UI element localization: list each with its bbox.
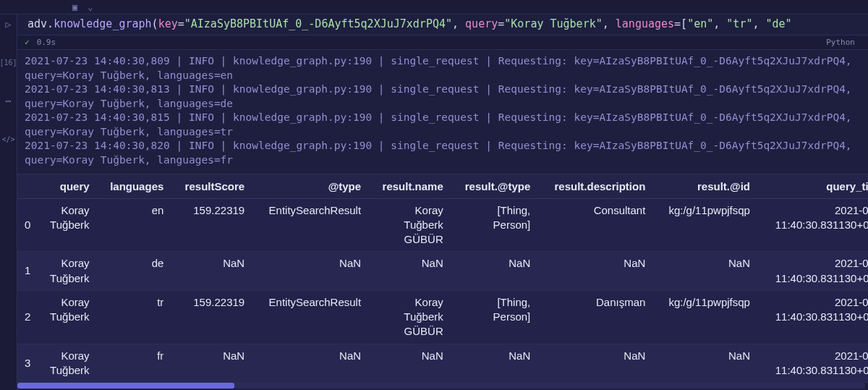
table-header-cell: query: [38, 174, 96, 199]
table-cell: NaN: [652, 344, 757, 383]
cell-status-bar: ✓ 0.9s Python: [17, 35, 868, 50]
table-cell: 2021-07-11:40:30.831130+00:: [757, 198, 868, 252]
code-token-fn: knowledge_graph: [54, 17, 151, 30]
kernel-language: Python: [826, 38, 861, 47]
table-cell: NaN: [537, 344, 652, 383]
code-token-eq3: =: [674, 17, 681, 30]
code-token-lang-en: "en": [687, 17, 713, 30]
table-header-cell: result.@id: [652, 174, 757, 199]
table-row: 0KorayTuğberken159.22319EntitySearchResu…: [17, 198, 868, 252]
table-header-row: querylanguagesresultScore@typeresult.nam…: [17, 174, 868, 199]
table-cell: NaN: [652, 252, 757, 291]
table-cell: KorayTuğberk: [38, 290, 96, 344]
table-cell: NaN: [252, 252, 368, 291]
table-row-index: 1: [17, 252, 38, 291]
table-cell: KorayTuğberkGÜBÜR: [368, 198, 451, 252]
table-cell: [Thing,Person]: [451, 290, 538, 344]
horizontal-scrollbar-thumb[interactable]: [17, 383, 234, 389]
table-cell: KorayTuğberkGÜBÜR: [368, 290, 451, 344]
table-cell: kg:/g/11pwpjfsqp: [652, 290, 757, 344]
table-row: 3KorayTuğberkfrNaNNaNNaNNaNNaNNaN2021-07…: [17, 344, 868, 383]
code-token-open: (: [152, 17, 158, 30]
table-cell: kg:/g/11pwpjfsqp: [652, 198, 757, 252]
code-token-key-val: "AIzaSyB8PBItUAf_0_-D6Ayft5q2XJuJ7xdrPQ4…: [184, 17, 452, 30]
code-token-lang-de: "de": [766, 17, 792, 30]
code-token-comma1: ,: [713, 17, 726, 30]
table-cell: 159.22319: [171, 198, 252, 252]
code-token-lang-tr: "tr": [726, 17, 752, 30]
horizontal-scrollbar[interactable]: [17, 383, 865, 389]
code-token-list-open: [: [681, 17, 687, 30]
cell-gutter: ▷ [16] ⋯ </>: [0, 14, 17, 390]
table-cell: 2021-07-11:40:30.831130+00:: [757, 290, 868, 344]
table-cell: NaN: [171, 344, 252, 383]
table-header-cell: result.name: [368, 174, 451, 199]
cell-toolbar: ▣ ⌄: [0, 0, 868, 14]
code-token-comma2: ,: [752, 17, 765, 30]
table-header-cell: query_tim: [757, 174, 868, 199]
success-check-icon: ✓: [25, 38, 30, 47]
table-cell: KorayTuğberk: [38, 252, 96, 291]
table-cell: 159.22319: [171, 290, 252, 344]
code-token-langs-kw: languages: [616, 17, 674, 30]
table-cell: NaN: [537, 252, 652, 291]
log-output: 2021-07-23 14:40:30,809 | INFO | knowled…: [17, 50, 868, 174]
table-cell: 2021-07-11:40:30.831130+00:: [757, 252, 868, 291]
table-cell: NaN: [368, 252, 451, 291]
dataframe-output[interactable]: querylanguagesresultScore@typeresult.nam…: [17, 174, 868, 383]
table-cell: NaN: [252, 344, 368, 383]
table-row: 1KorayTuğberkdeNaNNaNNaNNaNNaNNaN2021-07…: [17, 252, 868, 291]
table-cell: 2021-07-11:40:30.831130+00:: [757, 344, 868, 383]
table-row: 2KorayTuğberktr159.22319EntitySearchResu…: [17, 290, 868, 344]
output-code-icon[interactable]: </>: [1, 135, 14, 143]
cell-execution-count: [16]: [0, 59, 17, 67]
table-row-index: 0: [17, 198, 38, 252]
table-cell: [Thing,Person]: [451, 198, 538, 252]
table-header-index: [17, 174, 38, 199]
run-cell-icon[interactable]: ▷: [6, 19, 12, 30]
table-cell: NaN: [451, 344, 538, 383]
table-body: 0KorayTuğberken159.22319EntitySearchResu…: [17, 198, 868, 383]
table-cell: KorayTuğberk: [38, 344, 96, 383]
table-cell: tr: [97, 290, 171, 344]
table-header-cell: languages: [97, 174, 171, 199]
output-more-icon[interactable]: ⋯: [6, 96, 12, 106]
table-row-index: 2: [17, 290, 38, 344]
table-cell: Danışman: [537, 290, 652, 344]
table-cell: EntitySearchResult: [252, 198, 368, 252]
code-token-dot: .: [47, 17, 54, 30]
code-token-key-kw: key: [158, 17, 178, 30]
table-header-cell: @type: [252, 174, 368, 199]
code-token-obj: adv: [27, 17, 47, 30]
table-cell: KorayTuğberk: [38, 198, 96, 252]
table-cell: en: [97, 198, 171, 252]
table-header-cell: resultScore: [171, 174, 252, 199]
code-cell[interactable]: adv.knowledge_graph(key="AIzaSyB8PBItUAf…: [17, 14, 868, 35]
table-header-cell: result.@type: [451, 174, 538, 199]
cell-toolbar-icon-1[interactable]: ▣: [72, 2, 77, 12]
code-token-sep2: ,: [603, 17, 616, 30]
dataframe-table: querylanguagesresultScore@typeresult.nam…: [17, 174, 868, 383]
execution-time: 0.9s: [37, 38, 56, 47]
table-cell: NaN: [368, 344, 451, 383]
table-cell: NaN: [451, 252, 538, 291]
table-row-index: 3: [17, 344, 38, 383]
code-token-eq1: =: [178, 17, 184, 30]
table-cell: de: [97, 252, 171, 291]
code-token-query-val: "Koray Tuğberk": [504, 17, 602, 30]
code-token-eq2: =: [498, 17, 504, 30]
code-token-query-kw: query: [465, 17, 498, 30]
table-cell: NaN: [171, 252, 252, 291]
table-cell: EntitySearchResult: [252, 290, 368, 344]
table-cell: Consultant: [537, 198, 652, 252]
table-cell: fr: [97, 344, 171, 383]
main-area: adv.knowledge_graph(key="AIzaSyB8PBItUAf…: [17, 14, 868, 390]
cell-toolbar-icon-2[interactable]: ⌄: [88, 2, 93, 12]
code-token-sep1: ,: [452, 17, 465, 30]
table-header-cell: result.description: [537, 174, 652, 199]
